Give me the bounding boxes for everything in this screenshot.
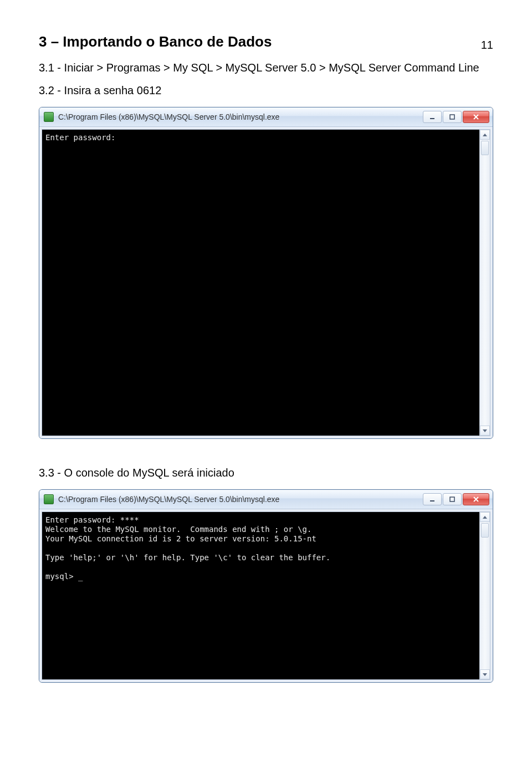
maximize-icon — [449, 114, 455, 120]
scroll-up-button[interactable] — [480, 512, 490, 522]
close-icon — [473, 114, 479, 120]
step-3-1: 3.1 - Iniciar > Programas > My SQL > MyS… — [39, 62, 493, 74]
step-3-2: 3.2 - Insira a senha 0612 — [39, 84, 493, 97]
section-title: 3 – Importando o Banco de Dados — [39, 33, 493, 50]
console-frame: Enter password: — [39, 127, 493, 438]
console-window-1: C:\Program Files (x86)\MySQL\MySQL Serve… — [39, 107, 493, 439]
minimize-icon — [429, 114, 435, 120]
page-number: 11 — [481, 39, 493, 52]
minimize-button[interactable] — [423, 111, 442, 123]
step-3-3: 3.3 - O console do MySQL será iniciado — [39, 467, 493, 479]
svg-rect-0 — [430, 118, 434, 119]
console-window-2: C:\Program Files (x86)\MySQL\MySQL Serve… — [39, 489, 493, 683]
console-body[interactable]: Enter password: **** Welcome to the MySQ… — [42, 511, 490, 680]
scroll-down-button[interactable] — [480, 669, 490, 679]
console-frame: Enter password: **** Welcome to the MySQ… — [39, 509, 493, 682]
close-icon — [473, 497, 479, 502]
svg-rect-2 — [430, 500, 434, 501]
window-controls — [423, 493, 489, 505]
titlebar: C:\Program Files (x86)\MySQL\MySQL Serve… — [39, 490, 493, 509]
window-title: C:\Program Files (x86)\MySQL\MySQL Serve… — [58, 495, 423, 504]
vertical-scrollbar[interactable] — [479, 130, 490, 436]
titlebar: C:\Program Files (x86)\MySQL\MySQL Serve… — [39, 108, 493, 127]
chevron-down-icon — [483, 429, 487, 432]
scroll-thumb[interactable] — [481, 523, 489, 538]
console-body[interactable]: Enter password: — [42, 129, 490, 436]
window-title: C:\Program Files (x86)\MySQL\MySQL Serve… — [58, 112, 423, 121]
window-controls — [423, 111, 489, 123]
scroll-thumb[interactable] — [481, 141, 489, 155]
maximize-button[interactable] — [443, 493, 462, 505]
close-button[interactable] — [463, 493, 489, 505]
app-icon — [44, 112, 54, 122]
minimize-icon — [429, 497, 435, 502]
chevron-up-icon — [483, 516, 487, 519]
svg-rect-3 — [450, 497, 454, 501]
chevron-down-icon — [483, 673, 487, 676]
maximize-icon — [449, 497, 455, 502]
close-button[interactable] — [463, 111, 489, 123]
scroll-down-button[interactable] — [480, 426, 490, 436]
maximize-button[interactable] — [443, 111, 462, 123]
svg-rect-1 — [450, 115, 454, 119]
minimize-button[interactable] — [423, 493, 442, 505]
chevron-up-icon — [483, 134, 487, 136]
vertical-scrollbar[interactable] — [479, 512, 490, 679]
scroll-up-button[interactable] — [480, 130, 490, 140]
console-output: Enter password: **** Welcome to the MySQ… — [45, 515, 478, 581]
app-icon — [44, 494, 54, 504]
console-output: Enter password: — [45, 133, 478, 142]
